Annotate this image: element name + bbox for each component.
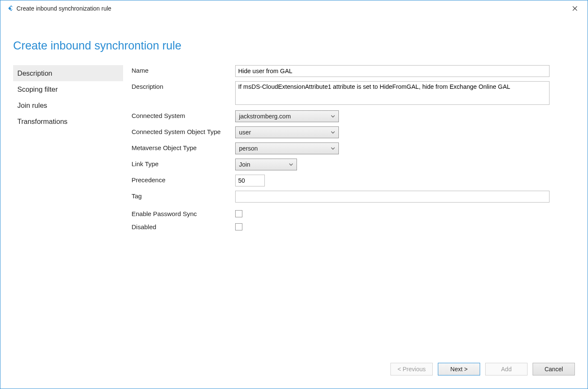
sidebar-item-label: Join rules: [17, 101, 47, 110]
description-textarea[interactable]: [235, 81, 550, 105]
link-type-select[interactable]: Join: [235, 159, 297, 170]
label-connected-system: Connected System: [132, 110, 235, 119]
wizard-footer: < Previous Next > Add Cancel: [0, 358, 588, 389]
chevron-down-icon: [289, 162, 293, 167]
row-connected-system-object-type: Connected System Object Type user: [132, 126, 550, 138]
disabled-checkbox[interactable]: [235, 223, 242, 230]
wizard-sidebar: Description Scoping filter Join rules Tr…: [13, 65, 132, 358]
add-button[interactable]: Add: [485, 363, 528, 375]
sidebar-item-join-rules[interactable]: Join rules: [13, 97, 123, 113]
previous-button[interactable]: < Previous: [390, 363, 433, 375]
enable-password-sync-checkbox[interactable]: [235, 210, 242, 217]
name-input[interactable]: [235, 65, 550, 77]
label-description: Description: [132, 81, 235, 90]
titlebar: Create inbound synchronization rule: [0, 0, 588, 16]
chevron-down-icon: [331, 130, 335, 134]
label-link-type: Link Type: [132, 159, 235, 167]
sidebar-item-scoping-filter[interactable]: Scoping filter: [13, 81, 123, 97]
close-button[interactable]: [566, 2, 583, 15]
label-enable-password-sync: Enable Password Sync: [132, 208, 235, 217]
label-name: Name: [132, 65, 235, 74]
close-icon: [572, 6, 577, 11]
select-value: user: [239, 129, 251, 136]
precedence-input[interactable]: [235, 175, 265, 186]
sidebar-item-label: Scoping filter: [17, 85, 58, 93]
next-button[interactable]: Next >: [438, 363, 480, 375]
page-title: Create inbound synchrontion rule: [13, 39, 575, 52]
row-precedence: Precedence: [132, 175, 550, 186]
row-enable-password-sync: Enable Password Sync: [132, 208, 550, 217]
select-value: jackstromberg.com: [239, 113, 291, 120]
tag-input[interactable]: [235, 191, 550, 203]
row-disabled: Disabled: [132, 222, 550, 230]
sidebar-item-label: Transformations: [17, 118, 68, 126]
connected-system-object-type-select[interactable]: user: [235, 126, 339, 138]
sidebar-item-transformations[interactable]: Transformations: [13, 113, 123, 129]
label-disabled: Disabled: [132, 222, 235, 230]
row-name: Name: [132, 65, 550, 77]
content-area: Create inbound synchrontion rule Descrip…: [0, 16, 588, 358]
label-connected-system-object-type: Connected System Object Type: [132, 126, 235, 135]
cancel-button[interactable]: Cancel: [533, 363, 575, 375]
select-value: Join: [239, 161, 250, 168]
dialog-window: Create inbound synchronization rule Crea…: [0, 0, 588, 389]
row-connected-system: Connected System jackstromberg.com: [132, 110, 550, 122]
row-metaverse-object-type: Metaverse Object Type person: [132, 142, 550, 154]
chevron-down-icon: [331, 114, 335, 118]
row-tag: Tag: [132, 191, 550, 203]
connected-system-select[interactable]: jackstromberg.com: [235, 110, 339, 122]
app-icon: [5, 5, 12, 12]
metaverse-object-type-select[interactable]: person: [235, 142, 339, 154]
sidebar-item-label: Description: [17, 69, 52, 77]
sidebar-item-description[interactable]: Description: [13, 65, 123, 81]
chevron-down-icon: [331, 146, 335, 151]
form-area: Name Description Connected System: [132, 65, 575, 358]
body-area: Description Scoping filter Join rules Tr…: [13, 65, 575, 358]
label-tag: Tag: [132, 191, 235, 200]
label-metaverse-object-type: Metaverse Object Type: [132, 142, 235, 151]
label-precedence: Precedence: [132, 175, 235, 184]
window-title: Create inbound synchronization rule: [16, 5, 566, 12]
row-link-type: Link Type Join: [132, 159, 550, 170]
row-description: Description: [132, 81, 550, 106]
select-value: person: [239, 145, 258, 152]
